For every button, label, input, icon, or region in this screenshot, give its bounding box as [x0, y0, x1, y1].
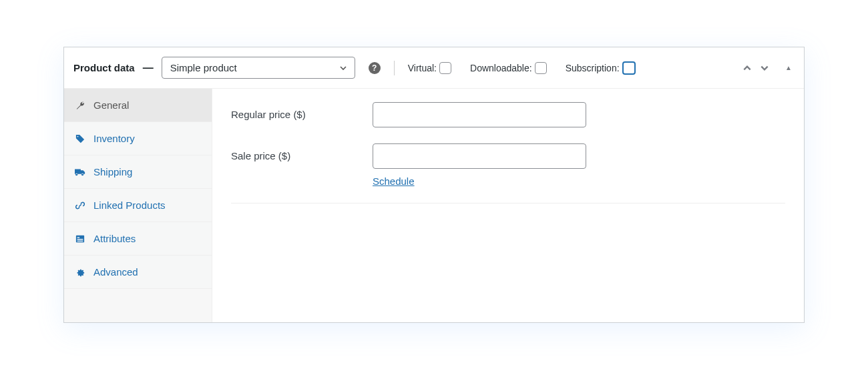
help-icon[interactable]: ? [369, 62, 381, 74]
panel-title: Product data [73, 62, 135, 73]
regular-price-label: Regular price ($) [231, 102, 373, 120]
tab-shipping[interactable]: Shipping [64, 155, 212, 189]
product-type-select[interactable]: Simple product [162, 57, 355, 79]
panel-order-controls: ▲ [742, 63, 792, 73]
tab-label: Shipping [93, 166, 132, 177]
regular-price-input[interactable] [373, 102, 586, 127]
tab-label: General [93, 99, 129, 111]
product-data-panel: Product data — Simple product ? Virtual:… [63, 47, 805, 323]
product-type-select-wrap: Simple product [162, 57, 355, 79]
svg-rect-2 [77, 239, 83, 240]
subscription-label: Subscription: [566, 63, 620, 73]
tag-icon [75, 134, 85, 143]
tab-label: Linked Products [93, 200, 166, 211]
tab-label: Advanced [93, 266, 138, 278]
tab-linked-products[interactable]: Linked Products [64, 189, 212, 222]
panel-body: General Inventory Shipping Linked Produc… [64, 89, 804, 322]
svg-rect-3 [77, 240, 83, 241]
gear-icon [75, 268, 85, 277]
downloadable-label: Downloadable: [470, 63, 532, 73]
sale-price-row: Sale price ($) Schedule [231, 143, 785, 187]
tab-general[interactable]: General [64, 89, 212, 122]
panel-header: Product data — Simple product ? Virtual:… [64, 47, 804, 89]
move-up-icon[interactable] [742, 63, 752, 73]
sale-price-input[interactable] [373, 143, 586, 169]
tabs-sidebar: General Inventory Shipping Linked Produc… [64, 89, 212, 322]
downloadable-checkbox-group: Downloadable: [470, 62, 547, 74]
list-icon [75, 234, 85, 244]
content-divider [231, 203, 785, 204]
virtual-label: Virtual: [408, 63, 437, 73]
wrench-icon [75, 101, 85, 110]
truck-icon [75, 167, 85, 177]
divider [394, 61, 395, 75]
virtual-checkbox[interactable] [439, 62, 451, 74]
tab-inventory[interactable]: Inventory [64, 122, 212, 155]
sale-price-label: Sale price ($) [231, 143, 373, 161]
subscription-checkbox[interactable] [622, 61, 636, 75]
link-icon [75, 201, 85, 210]
tab-attributes[interactable]: Attributes [64, 222, 212, 256]
tab-label: Attributes [93, 233, 136, 244]
collapse-toggle-icon[interactable]: ▲ [785, 64, 792, 71]
move-down-icon[interactable] [760, 63, 769, 73]
subscription-checkbox-group: Subscription: [566, 61, 636, 75]
virtual-checkbox-group: Virtual: [408, 62, 451, 74]
svg-rect-1 [77, 237, 80, 238]
tab-label: Inventory [93, 133, 135, 144]
tab-content-general: Regular price ($) Sale price ($) Schedul… [212, 89, 804, 322]
title-dash: — [143, 62, 154, 74]
schedule-link[interactable]: Schedule [373, 175, 586, 187]
regular-price-row: Regular price ($) [231, 102, 785, 127]
downloadable-checkbox[interactable] [535, 62, 547, 74]
tab-advanced[interactable]: Advanced [64, 256, 212, 289]
